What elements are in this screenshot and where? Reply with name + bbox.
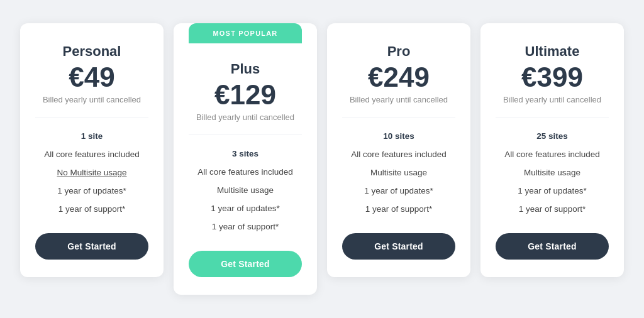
- popular-badge: MOST POPULAR: [189, 23, 302, 43]
- feature-item: 1 year of updates*: [35, 182, 148, 200]
- feature-item: 10 sites: [342, 128, 455, 146]
- feature-item: Multisite usage: [189, 182, 302, 200]
- features-list-plus: 3 sitesAll core features includedMultisi…: [189, 145, 302, 236]
- plan-card-pro: Pro€249Billed yearly until cancelled10 s…: [327, 23, 470, 278]
- features-list-pro: 10 sitesAll core features includedMultis…: [342, 128, 455, 218]
- plan-billing-ultimate: Billed yearly until cancelled: [503, 95, 601, 104]
- plan-price-ultimate: €399: [521, 62, 583, 92]
- feature-item: 1 year of updates*: [496, 182, 609, 200]
- feature-item: 1 year of support*: [189, 218, 302, 236]
- plan-name-ultimate: Ultimate: [525, 43, 580, 60]
- divider: [342, 117, 455, 118]
- divider: [496, 117, 609, 118]
- plan-billing-plus: Billed yearly until cancelled: [196, 112, 294, 122]
- plan-price-plus: €129: [214, 80, 276, 110]
- feature-item: 1 year of support*: [342, 200, 455, 219]
- feature-item: 1 year of updates*: [189, 200, 302, 218]
- plan-name-personal: Personal: [63, 43, 121, 60]
- feature-item: Multisite usage: [342, 164, 455, 182]
- feature-item: 25 sites: [496, 128, 609, 146]
- features-list-ultimate: 25 sitesAll core features includedMultis…: [496, 128, 609, 218]
- plan-name-pro: Pro: [387, 43, 411, 60]
- divider: [35, 117, 148, 118]
- feature-item: All core features included: [496, 146, 609, 164]
- feature-item: Multisite usage: [496, 164, 609, 182]
- feature-item: 1 year of updates*: [342, 182, 455, 200]
- plan-billing-pro: Billed yearly until cancelled: [350, 95, 448, 104]
- plan-card-plus: MOST POPULARPlus€129Billed yearly until …: [174, 23, 317, 295]
- plan-name-plus: Plus: [231, 61, 260, 77]
- plan-price-pro: €249: [368, 62, 430, 92]
- pricing-container: Personal€49Billed yearly until cancelled…: [8, 8, 636, 310]
- get-started-button-plus[interactable]: Get Started: [189, 251, 302, 277]
- plan-price-personal: €49: [69, 62, 114, 92]
- get-started-button-ultimate[interactable]: Get Started: [496, 233, 609, 260]
- plan-card-ultimate: Ultimate€399Billed yearly until cancelle…: [480, 23, 624, 278]
- divider: [189, 134, 302, 135]
- plan-card-personal: Personal€49Billed yearly until cancelled…: [20, 23, 164, 278]
- feature-item: 1 year of support*: [35, 200, 148, 219]
- feature-item: All core features included: [189, 163, 302, 182]
- feature-item: 1 site: [35, 128, 148, 146]
- plan-billing-personal: Billed yearly until cancelled: [43, 95, 141, 104]
- feature-item: 1 year of support*: [496, 200, 609, 219]
- get-started-button-pro[interactable]: Get Started: [342, 233, 455, 260]
- feature-item: No Multisite usage: [35, 164, 148, 182]
- feature-item: All core features included: [342, 146, 455, 164]
- features-list-personal: 1 siteAll core features includedNo Multi…: [35, 128, 148, 218]
- feature-item: All core features included: [35, 146, 148, 164]
- get-started-button-personal[interactable]: Get Started: [35, 233, 148, 260]
- feature-item: 3 sites: [189, 145, 302, 163]
